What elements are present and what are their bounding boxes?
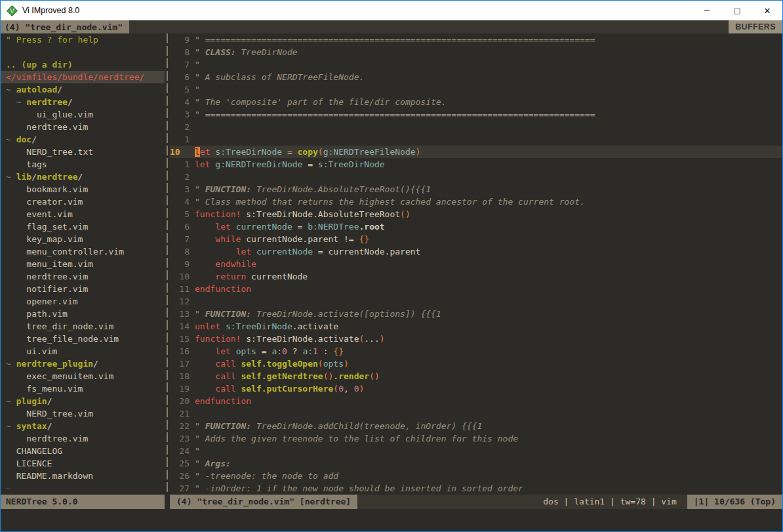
syntax-segment-file: path.vim xyxy=(6,309,68,319)
syntax-segment-file: menu_item.vim xyxy=(6,259,93,269)
tree-line[interactable]: nerdtree.vim xyxy=(1,121,165,133)
code-line[interactable]: 6" A subclass of NERDTreeFileNode. xyxy=(170,71,782,83)
code-line[interactable]: 20endfunction xyxy=(170,395,782,407)
code-line[interactable]: 2 xyxy=(170,121,782,133)
code-line[interactable]: 3" =====================================… xyxy=(170,108,782,121)
syntax-segment-cm: TreeDirNode.AbsoluteTreeRoot(){{{1 xyxy=(251,184,431,194)
tree-line[interactable]: nerdtree.vim xyxy=(1,432,165,445)
tree-line[interactable]: flag_set.vim xyxy=(1,220,165,233)
tree-line[interactable]: ~ nerdtree/ xyxy=(1,96,165,108)
code-line[interactable]: 7 while currentNode.parent != {} xyxy=(170,233,782,245)
code-line[interactable]: 19 call self.putCursorHere(0, 0) xyxy=(170,382,782,395)
syntax-segment-fn: .render xyxy=(333,371,369,381)
tree-line[interactable]: nerdtree.vim xyxy=(1,270,165,283)
tree-line[interactable]: ~ autoload/ xyxy=(1,83,165,96)
syntax-segment-id: opts xyxy=(236,346,256,356)
tree-line[interactable]: NERD_tree.txt xyxy=(1,146,165,158)
editor-panel[interactable]: 9" =====================================… xyxy=(170,33,782,495)
syntax-segment-kw: call xyxy=(215,384,235,394)
tree-line[interactable]: tags xyxy=(1,158,165,171)
tree-line[interactable]: ~ xyxy=(1,482,165,495)
tree-line[interactable]: ui_glue.vim xyxy=(1,108,165,121)
tree-line[interactable]: ~ doc/ xyxy=(1,133,165,146)
command-line[interactable] xyxy=(1,509,782,531)
code-line[interactable]: 22" FUNCTION: TreeDirNode.addChild(treen… xyxy=(170,420,782,432)
tree-line[interactable]: </vimfiles/bundle/nerdtree/ xyxy=(1,71,165,83)
code-line[interactable]: 4" The 'composite' part of the file/dir … xyxy=(170,96,782,108)
code-text: return currentNode xyxy=(190,270,308,283)
tree-line[interactable]: notifier.vim xyxy=(1,283,165,295)
code-line[interactable]: 10let s:TreeDirNode = copy(g:NERDTreeFil… xyxy=(170,146,782,158)
code-line[interactable]: 7" xyxy=(170,58,782,71)
tree-line[interactable]: README.markdown xyxy=(1,470,165,482)
code-line[interactable]: 9 endwhile xyxy=(170,258,782,270)
tree-line[interactable]: fs_menu.vim xyxy=(1,382,165,395)
tree-line[interactable]: .. (up a dir) xyxy=(1,58,165,71)
code-line[interactable]: 21 xyxy=(170,407,782,420)
tree-line[interactable]: ~ syntax/ xyxy=(1,420,165,432)
tree-line[interactable]: NERD_tree.vim xyxy=(1,407,165,420)
code-line[interactable]: 5" xyxy=(170,83,782,96)
maximize-button[interactable]: □ xyxy=(722,1,752,20)
code-line[interactable]: 9" =====================================… xyxy=(170,33,782,46)
tree-line[interactable]: tree_file_node.vim xyxy=(1,333,165,345)
line-number: 9 xyxy=(170,258,190,270)
tree-line[interactable]: opener.vim xyxy=(1,295,165,308)
tab-tree-dir-node[interactable]: (4) "tree_dir_node.vim" xyxy=(1,20,129,33)
tree-line[interactable]: key_map.vim xyxy=(1,233,165,245)
tree-line[interactable]: " Press ? for help xyxy=(1,33,165,46)
tree-line[interactable]: ~ plugin/ xyxy=(1,395,165,407)
tree-line[interactable]: ~ lib/nerdtree/ xyxy=(1,171,165,183)
tree-line[interactable]: tree_dir_node.vim xyxy=(1,320,165,333)
line-number: 4 xyxy=(170,96,190,108)
tree-line[interactable]: exec_menuitem.vim xyxy=(1,370,165,382)
syntax-segment-fg xyxy=(195,272,215,281)
code-line[interactable]: 24" xyxy=(170,445,782,457)
tree-line[interactable]: ~ nerdtree_plugin/ xyxy=(1,358,165,370)
nerdtree-panel[interactable]: " Press ? for help.. (up a dir)</vimfile… xyxy=(1,33,165,495)
code-line[interactable]: 8 let currentNode = currentNode.parent xyxy=(170,245,782,258)
code-line[interactable]: 16 let opts = a:0 ? a:1 : {} xyxy=(170,345,782,358)
code-line[interactable]: 5function! s:TreeDirNode.AbsoluteTreeRoo… xyxy=(170,208,782,220)
code-text xyxy=(190,407,195,420)
code-line[interactable]: 12 xyxy=(170,295,782,308)
code-line[interactable]: 14unlet s:TreeDirNode.activate xyxy=(170,320,782,333)
code-line[interactable]: 27" -inOrder: 1 if the new node should b… xyxy=(170,482,782,495)
tree-line[interactable]: ui.vim xyxy=(1,345,165,358)
code-line[interactable]: 1 xyxy=(170,133,782,146)
tree-line[interactable]: path.vim xyxy=(1,308,165,320)
code-line[interactable]: 26" -treenode: the node to add xyxy=(170,470,782,482)
code-line[interactable]: 13" FUNCTION: TreeDirNode.activate([opti… xyxy=(170,308,782,320)
code-line[interactable]: 18 call self.getNerdtree().render() xyxy=(170,370,782,382)
code-line[interactable]: 11endfunction xyxy=(170,283,782,295)
syntax-segment-cm: " xyxy=(195,60,200,70)
syntax-segment-br: ) xyxy=(344,359,349,369)
syntax-segment-fg xyxy=(195,371,215,381)
code-line[interactable]: 1let g:NERDTreeDirNode = s:TreeDirNode xyxy=(170,158,782,171)
code-text: " Adds the given treenode to the list of… xyxy=(190,432,518,445)
code-line[interactable]: 2 xyxy=(170,171,782,183)
minimize-button[interactable]: ─ xyxy=(692,1,722,20)
tree-line[interactable] xyxy=(1,46,165,58)
syntax-segment-file: key_map.vim xyxy=(6,234,83,244)
close-button[interactable]: ✕ xyxy=(752,1,782,20)
tree-line[interactable]: event.vim xyxy=(1,208,165,220)
syntax-segment-cm: " The 'composite' part of the file/dir c… xyxy=(195,97,447,107)
tree-line[interactable]: menu_item.vim xyxy=(1,258,165,270)
tree-line[interactable]: creator.vim xyxy=(1,195,165,208)
tree-line[interactable]: LICENCE xyxy=(1,457,165,470)
code-line[interactable]: 8" CLASS: TreeDirNode xyxy=(170,46,782,58)
code-line[interactable]: 6 let currentNode = b:NERDTree.root xyxy=(170,220,782,233)
code-line[interactable]: 10 return currentNode xyxy=(170,270,782,283)
line-number: 4 xyxy=(170,195,190,208)
code-line[interactable]: 23" Adds the given treenode to the list … xyxy=(170,432,782,445)
tree-line[interactable]: menu_controller.vim xyxy=(1,245,165,258)
tree-line[interactable]: bookmark.vim xyxy=(1,183,165,195)
code-line[interactable]: 25" Args: xyxy=(170,457,782,470)
code-line[interactable]: 4" Class method that returns the highest… xyxy=(170,195,782,208)
code-line[interactable]: 3" FUNCTION: TreeDirNode.AbsoluteTreeRoo… xyxy=(170,183,782,195)
code-line[interactable]: 17 call self.toggleOpen(opts) xyxy=(170,358,782,370)
code-line[interactable]: 15function! s:TreeDirNode.activate(...) xyxy=(170,333,782,345)
tree-line[interactable]: CHANGELOG xyxy=(1,445,165,457)
syntax-segment-fg: s:TreeDirNode.activate xyxy=(241,334,359,344)
